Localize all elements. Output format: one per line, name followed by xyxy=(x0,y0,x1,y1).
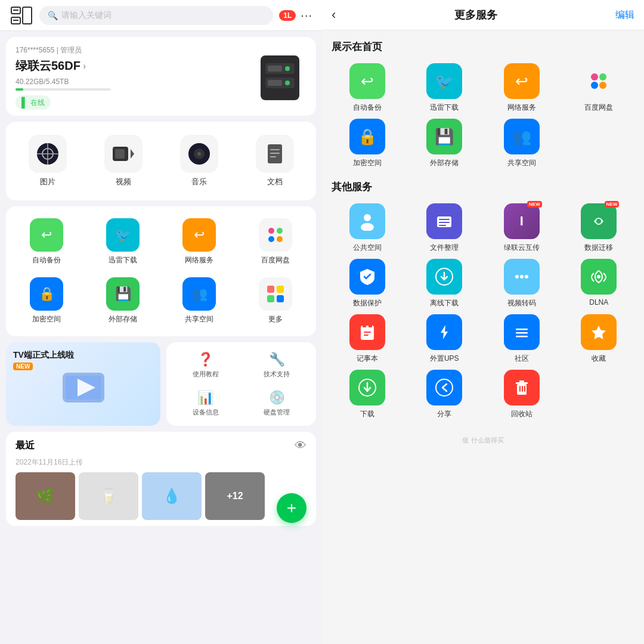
svc-notepad-icon xyxy=(349,314,385,350)
svc-xunlei[interactable]: 🐦 迅雷下载 xyxy=(409,63,481,113)
media-item-music[interactable]: 音乐 xyxy=(162,130,236,192)
app-backup[interactable]: ↩ 自动备份 xyxy=(11,215,82,269)
back-icon[interactable]: ‹ xyxy=(332,7,336,23)
svc-baidu[interactable]: 百度网盘 xyxy=(564,63,635,113)
app-xunlei[interactable]: 🐦 迅雷下载 xyxy=(87,215,159,269)
device-image xyxy=(253,51,306,104)
svg-point-48 xyxy=(515,275,519,278)
chevron-right-icon: › xyxy=(83,61,86,72)
app-encrypt[interactable]: 🔒 加密空间 xyxy=(11,274,82,328)
device-name[interactable]: 绿联云56DF › xyxy=(16,58,253,74)
svc-offline-dl[interactable]: 离线下载 xyxy=(409,259,481,308)
search-bar[interactable]: 🔍 请输入关键词 xyxy=(39,6,273,25)
svc-share2-label: 分享 xyxy=(437,409,451,419)
svg-point-41 xyxy=(361,223,374,231)
svc-ups-label: 外置UPS xyxy=(430,354,459,364)
svg-point-28 xyxy=(268,236,274,242)
app-baidu[interactable]: 百度网盘 xyxy=(240,215,311,269)
recent-section: 最近 👁 2022年11月16日上传 🌿 🥛 💧 +12 + xyxy=(6,432,316,526)
svc-backup[interactable]: ↩ 自动备份 xyxy=(332,63,403,113)
svc-public-space[interactable]: 公共空间 xyxy=(332,203,403,253)
svg-rect-54 xyxy=(369,324,372,327)
tv-banner[interactable]: TV端正式上线啦 NEW xyxy=(6,342,160,426)
svg-point-40 xyxy=(364,214,371,221)
music-icon xyxy=(180,135,218,173)
svc-data-migrate-icon: NEW xyxy=(581,203,617,239)
add-button[interactable]: + xyxy=(277,493,306,523)
svc-network[interactable]: ↩ 网络服务 xyxy=(486,63,558,113)
tool-tutorial[interactable]: ❓ 使用教程 xyxy=(171,347,240,383)
svg-rect-32 xyxy=(267,295,274,302)
svg-rect-66 xyxy=(522,386,523,392)
svg-rect-55 xyxy=(364,332,371,333)
svc-network-label: 网络服务 xyxy=(507,103,536,113)
tool-support[interactable]: 🔧 技术支持 xyxy=(243,347,312,383)
photo-2[interactable]: 🥛 xyxy=(79,472,138,520)
search-placeholder: 请输入关键词 xyxy=(61,10,112,21)
storage-fill xyxy=(16,88,23,91)
tutorial-icon: ❓ xyxy=(197,352,213,367)
svc-dlna-icon xyxy=(581,259,617,295)
media-item-docs[interactable]: 文档 xyxy=(238,130,311,192)
svg-point-61 xyxy=(436,379,453,396)
banner-tools-row: TV端正式上线啦 NEW ❓ 使用教程 🔧 技术支持 xyxy=(6,342,316,426)
svg-rect-11 xyxy=(268,80,282,86)
online-dot-icon: ▌ xyxy=(21,97,28,108)
svc-shared-space[interactable]: 👥 共享空间 xyxy=(486,119,558,168)
svc-ext-storage-label: 外部存储 xyxy=(430,158,459,168)
svc-ext-storage[interactable]: 💾 外部存储 xyxy=(409,119,481,168)
photo-3[interactable]: 💧 xyxy=(142,472,202,520)
svg-point-36 xyxy=(591,73,598,80)
encrypt-label: 加密空间 xyxy=(32,314,61,324)
svc-video-transcode[interactable]: 视频转码 xyxy=(486,259,558,308)
app-share[interactable]: 👥 共享空间 xyxy=(163,274,235,328)
svc-luyun-transfer-icon: I NEW xyxy=(504,203,540,239)
svg-point-49 xyxy=(520,275,524,278)
edit-button[interactable]: 编辑 xyxy=(615,9,634,21)
eye-icon[interactable]: 👁 xyxy=(295,439,306,453)
svc-data-protect[interactable]: 数据保护 xyxy=(332,259,403,308)
xunlei-icon: 🐦 xyxy=(106,218,140,252)
svc-community[interactable]: 社区 xyxy=(486,314,558,364)
svc-data-migrate[interactable]: NEW 数据迁移 xyxy=(564,203,635,253)
svc-luyun-transfer[interactable]: I NEW 绿联云互传 xyxy=(486,203,558,253)
svc-notepad[interactable]: 记事本 xyxy=(332,314,403,364)
svc-ext-storage-icon: 💾 xyxy=(426,119,462,154)
device-info: 176****5655 | 管理员 绿联云56DF › 40.22GB/5.45… xyxy=(16,45,253,110)
svc-favorites[interactable]: 收藏 xyxy=(564,314,635,364)
app-storage[interactable]: 💾 外部存储 xyxy=(87,274,159,328)
media-item-video[interactable]: 视频 xyxy=(86,130,160,192)
svc-dlna[interactable]: DLNA xyxy=(564,259,635,308)
photo-1[interactable]: 🌿 xyxy=(16,472,75,520)
backup-label: 自动备份 xyxy=(32,255,61,265)
more-dots-icon[interactable]: ··· xyxy=(301,8,312,22)
svg-point-29 xyxy=(277,236,283,242)
tool-device-info[interactable]: 📊 设备信息 xyxy=(171,385,240,421)
svc-share2[interactable]: 分享 xyxy=(409,370,481,419)
svg-rect-33 xyxy=(277,295,284,302)
svc-network-icon: ↩ xyxy=(504,63,540,99)
app-network[interactable]: ↩ 网络服务 xyxy=(163,215,235,269)
tools-grid: ❓ 使用教程 🔧 技术支持 📊 设备信息 💿 硬盘管理 xyxy=(166,342,316,426)
photos-label: 图片 xyxy=(40,177,55,187)
svg-rect-56 xyxy=(364,335,369,336)
logo-icon[interactable] xyxy=(10,5,33,26)
baidu-icon xyxy=(259,218,292,252)
apps-grid: ↩ 自动备份 🐦 迅雷下载 ↩ 网络服务 百度网盘 🔒 加密空间 xyxy=(11,215,311,328)
svc-encrypt[interactable]: 🔒 加密空间 xyxy=(332,119,403,168)
svc-trash[interactable]: 回收站 xyxy=(486,370,558,419)
xunlei-label: 迅雷下载 xyxy=(109,255,137,265)
svc-xunlei-label: 迅雷下载 xyxy=(430,103,459,113)
svc-ups[interactable]: 外置UPS xyxy=(409,314,481,364)
tool-disk[interactable]: 💿 硬盘管理 xyxy=(243,385,312,421)
svg-marker-17 xyxy=(131,149,134,159)
video-label: 视频 xyxy=(116,177,131,187)
photo-more[interactable]: +12 xyxy=(205,472,265,520)
svc-download[interactable]: 下载 xyxy=(332,370,403,419)
svg-rect-63 xyxy=(516,382,528,384)
svg-point-26 xyxy=(268,228,274,234)
media-item-photos[interactable]: 图片 xyxy=(11,130,84,192)
svc-file-org[interactable]: 文件整理 xyxy=(409,203,481,253)
notification-badge[interactable]: 1L xyxy=(279,10,296,21)
app-more[interactable]: 更多 xyxy=(240,274,311,328)
